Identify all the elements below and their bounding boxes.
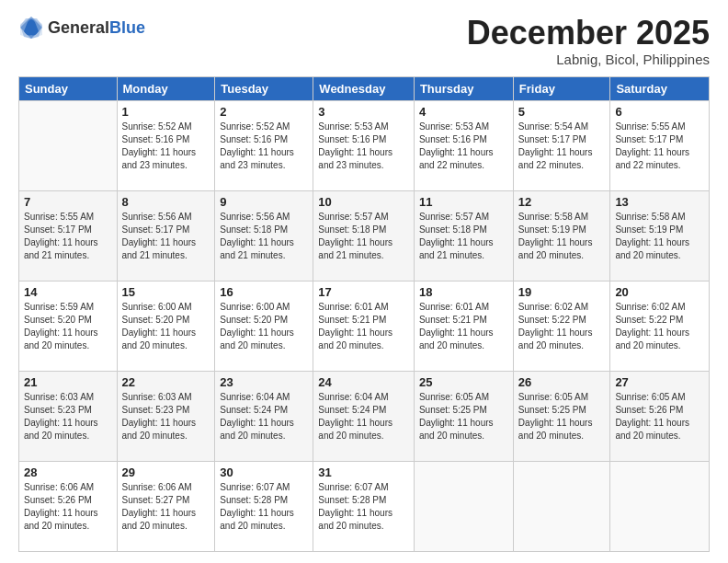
day-info: Sunrise: 6:02 AM Sunset: 5:22 PM Dayligh… <box>615 301 704 352</box>
day-number: 19 <box>518 285 606 299</box>
table-row: 6Sunrise: 5:55 AM Sunset: 5:17 PM Daylig… <box>610 100 710 190</box>
table-row: 9Sunrise: 5:56 AM Sunset: 5:18 PM Daylig… <box>215 190 313 281</box>
day-number: 30 <box>220 465 308 479</box>
col-thursday: Thursday <box>414 76 513 100</box>
day-number: 28 <box>24 465 112 479</box>
logo: General Blue <box>18 15 145 40</box>
day-number: 6 <box>615 105 704 119</box>
day-number: 2 <box>220 105 308 119</box>
table-row <box>610 461 710 551</box>
table-row: 20Sunrise: 6:02 AM Sunset: 5:22 PM Dayli… <box>610 281 710 371</box>
table-row: 19Sunrise: 6:02 AM Sunset: 5:22 PM Dayli… <box>513 281 610 371</box>
day-info: Sunrise: 5:52 AM Sunset: 5:16 PM Dayligh… <box>220 121 308 172</box>
day-number: 16 <box>220 285 308 299</box>
day-info: Sunrise: 6:00 AM Sunset: 5:20 PM Dayligh… <box>220 301 308 352</box>
day-number: 13 <box>615 195 704 209</box>
logo-general: General <box>48 18 109 38</box>
table-row: 4Sunrise: 5:53 AM Sunset: 5:16 PM Daylig… <box>414 100 513 190</box>
table-row: 3Sunrise: 5:53 AM Sunset: 5:16 PM Daylig… <box>313 100 415 190</box>
table-row: 30Sunrise: 6:07 AM Sunset: 5:28 PM Dayli… <box>215 461 313 551</box>
day-info: Sunrise: 6:03 AM Sunset: 5:23 PM Dayligh… <box>24 391 112 442</box>
table-row: 16Sunrise: 6:00 AM Sunset: 5:20 PM Dayli… <box>215 281 313 371</box>
day-number: 20 <box>615 285 704 299</box>
day-info: Sunrise: 6:04 AM Sunset: 5:24 PM Dayligh… <box>220 391 308 442</box>
day-info: Sunrise: 6:01 AM Sunset: 5:21 PM Dayligh… <box>419 301 508 352</box>
day-number: 7 <box>24 195 112 209</box>
day-number: 23 <box>220 375 308 389</box>
col-tuesday: Tuesday <box>215 76 313 100</box>
day-number: 27 <box>615 375 704 389</box>
day-info: Sunrise: 6:01 AM Sunset: 5:21 PM Dayligh… <box>318 301 409 352</box>
day-number: 14 <box>24 285 112 299</box>
table-row: 26Sunrise: 6:05 AM Sunset: 5:25 PM Dayli… <box>513 371 610 461</box>
day-info: Sunrise: 5:56 AM Sunset: 5:17 PM Dayligh… <box>122 211 210 262</box>
day-number: 1 <box>122 105 210 119</box>
day-info: Sunrise: 6:06 AM Sunset: 5:26 PM Dayligh… <box>24 481 112 533</box>
day-info: Sunrise: 5:53 AM Sunset: 5:16 PM Dayligh… <box>318 121 409 172</box>
day-number: 17 <box>318 285 409 299</box>
day-number: 21 <box>24 375 112 389</box>
day-info: Sunrise: 5:57 AM Sunset: 5:18 PM Dayligh… <box>419 211 508 262</box>
day-info: Sunrise: 5:52 AM Sunset: 5:16 PM Dayligh… <box>122 121 210 172</box>
table-row: 2Sunrise: 5:52 AM Sunset: 5:16 PM Daylig… <box>215 100 313 190</box>
logo-text: General Blue <box>48 18 145 38</box>
day-number: 11 <box>419 195 508 209</box>
table-row <box>414 461 513 551</box>
calendar-page: General Blue December 2025 Labnig, Bicol… <box>0 0 728 563</box>
table-row: 12Sunrise: 5:58 AM Sunset: 5:19 PM Dayli… <box>513 190 610 281</box>
day-number: 15 <box>122 285 210 299</box>
col-friday: Friday <box>513 76 610 100</box>
col-saturday: Saturday <box>610 76 710 100</box>
day-number: 4 <box>419 105 508 119</box>
day-number: 26 <box>518 375 606 389</box>
day-number: 22 <box>122 375 210 389</box>
day-number: 3 <box>318 105 409 119</box>
day-info: Sunrise: 5:59 AM Sunset: 5:20 PM Dayligh… <box>24 301 112 352</box>
table-row: 29Sunrise: 6:06 AM Sunset: 5:27 PM Dayli… <box>117 461 215 551</box>
day-info: Sunrise: 6:07 AM Sunset: 5:28 PM Dayligh… <box>318 481 409 533</box>
day-info: Sunrise: 6:07 AM Sunset: 5:28 PM Dayligh… <box>220 481 308 533</box>
day-info: Sunrise: 5:55 AM Sunset: 5:17 PM Dayligh… <box>615 121 704 172</box>
table-row <box>19 100 118 190</box>
day-info: Sunrise: 6:05 AM Sunset: 5:25 PM Dayligh… <box>518 391 606 442</box>
header: General Blue December 2025 Labnig, Bicol… <box>18 15 710 67</box>
month-year: December 2025 <box>467 15 710 52</box>
day-info: Sunrise: 5:56 AM Sunset: 5:18 PM Dayligh… <box>220 211 308 262</box>
day-info: Sunrise: 6:05 AM Sunset: 5:25 PM Dayligh… <box>419 391 508 442</box>
day-info: Sunrise: 6:00 AM Sunset: 5:20 PM Dayligh… <box>122 301 210 352</box>
table-row: 15Sunrise: 6:00 AM Sunset: 5:20 PM Dayli… <box>117 281 215 371</box>
day-info: Sunrise: 5:57 AM Sunset: 5:18 PM Dayligh… <box>318 211 409 262</box>
title-block: December 2025 Labnig, Bicol, Philippines <box>467 15 710 67</box>
day-info: Sunrise: 5:58 AM Sunset: 5:19 PM Dayligh… <box>518 211 606 262</box>
calendar-table: Sunday Monday Tuesday Wednesday Thursday… <box>18 76 710 552</box>
table-row: 21Sunrise: 6:03 AM Sunset: 5:23 PM Dayli… <box>19 371 118 461</box>
table-row <box>513 461 610 551</box>
day-number: 29 <box>122 465 210 479</box>
day-info: Sunrise: 5:53 AM Sunset: 5:16 PM Dayligh… <box>419 121 508 172</box>
day-info: Sunrise: 6:02 AM Sunset: 5:22 PM Dayligh… <box>518 301 606 352</box>
day-number: 31 <box>318 465 409 479</box>
table-row: 10Sunrise: 5:57 AM Sunset: 5:18 PM Dayli… <box>313 190 415 281</box>
table-row: 22Sunrise: 6:03 AM Sunset: 5:23 PM Dayli… <box>117 371 215 461</box>
logo-icon <box>18 15 44 40</box>
table-row: 25Sunrise: 6:05 AM Sunset: 5:25 PM Dayli… <box>414 371 513 461</box>
day-info: Sunrise: 6:05 AM Sunset: 5:26 PM Dayligh… <box>615 391 704 442</box>
table-row: 31Sunrise: 6:07 AM Sunset: 5:28 PM Dayli… <box>313 461 415 551</box>
col-monday: Monday <box>117 76 215 100</box>
table-row: 14Sunrise: 5:59 AM Sunset: 5:20 PM Dayli… <box>19 281 118 371</box>
day-info: Sunrise: 5:58 AM Sunset: 5:19 PM Dayligh… <box>615 211 704 262</box>
location: Labnig, Bicol, Philippines <box>467 52 710 67</box>
day-number: 12 <box>518 195 606 209</box>
day-info: Sunrise: 5:54 AM Sunset: 5:17 PM Dayligh… <box>518 121 606 172</box>
day-number: 10 <box>318 195 409 209</box>
table-row: 17Sunrise: 6:01 AM Sunset: 5:21 PM Dayli… <box>313 281 415 371</box>
day-number: 8 <box>122 195 210 209</box>
logo-blue: Blue <box>109 18 145 38</box>
table-row: 11Sunrise: 5:57 AM Sunset: 5:18 PM Dayli… <box>414 190 513 281</box>
table-row: 27Sunrise: 6:05 AM Sunset: 5:26 PM Dayli… <box>610 371 710 461</box>
table-row: 18Sunrise: 6:01 AM Sunset: 5:21 PM Dayli… <box>414 281 513 371</box>
day-number: 24 <box>318 375 409 389</box>
day-number: 9 <box>220 195 308 209</box>
calendar-header-row: Sunday Monday Tuesday Wednesday Thursday… <box>19 76 710 100</box>
day-number: 5 <box>518 105 606 119</box>
